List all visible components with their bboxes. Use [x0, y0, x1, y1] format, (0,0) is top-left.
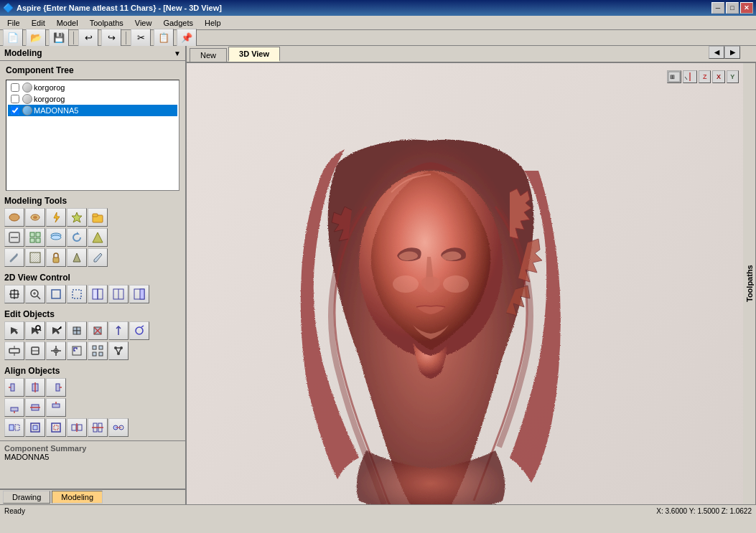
tree-item-2[interactable]: korgorog	[8, 93, 177, 105]
toolpaths-panel[interactable]: Toolpaths	[743, 63, 756, 504]
edit-4[interactable]	[67, 321, 87, 340]
edit-2[interactable]	[25, 321, 45, 340]
toolbar-redo[interactable]: ↪	[101, 29, 121, 47]
mtool-11[interactable]	[4, 248, 24, 267]
view2d-4[interactable]	[67, 285, 87, 303]
menu-edit[interactable]: Edit	[26, 17, 51, 29]
modeling-tools-row3	[4, 248, 181, 267]
component-tree-container: Component Tree korgorog korgorog	[3, 64, 182, 191]
modeling-tools-section: Modeling Tools	[0, 194, 185, 270]
align-5[interactable]	[25, 398, 45, 417]
edit-12[interactable]	[88, 341, 108, 360]
align-7[interactable]	[4, 418, 24, 437]
menu-view[interactable]: View	[129, 17, 158, 29]
svg-rect-76	[11, 407, 18, 411]
edit-6[interactable]	[108, 321, 129, 340]
collapse-icon[interactable]: ▼	[174, 49, 181, 57]
toolbar-new[interactable]: 📄	[3, 29, 23, 47]
view2d-2[interactable]	[25, 285, 45, 303]
mtool-4[interactable]	[67, 208, 87, 227]
mtool-3[interactable]	[46, 208, 66, 227]
align-2[interactable]	[25, 378, 45, 397]
edit-5[interactable]	[88, 321, 108, 340]
menu-file[interactable]: File	[1, 17, 26, 29]
view2d-1[interactable]	[4, 285, 24, 303]
mtool-2[interactable]	[25, 208, 45, 227]
view2d-7[interactable]	[129, 285, 149, 303]
component-tree[interactable]: korgorog korgorog MADONNA5	[6, 80, 179, 191]
tab-new[interactable]: New	[190, 48, 227, 62]
toolbar-copy[interactable]: 📋	[154, 29, 174, 47]
svg-rect-34	[93, 289, 98, 299]
tree-checkbox-1[interactable]	[11, 83, 19, 92]
close-button[interactable]: ✕	[740, 2, 753, 14]
tree-checkbox-2[interactable]	[11, 95, 19, 103]
align-4[interactable]	[4, 398, 24, 417]
edit-1[interactable]	[4, 321, 24, 340]
mtool-13[interactable]	[46, 248, 66, 267]
maximize-button[interactable]: □	[726, 2, 739, 14]
edit-13[interactable]	[108, 341, 129, 360]
toolbar-open[interactable]: 📂	[26, 29, 46, 47]
mtool-7[interactable]	[25, 228, 45, 247]
mtool-6[interactable]	[4, 228, 24, 247]
toolbar-save[interactable]: 💾	[49, 29, 69, 47]
align-9[interactable]	[46, 418, 66, 437]
edit-8[interactable]	[4, 341, 24, 360]
axis-y1-btn[interactable]: Y	[727, 70, 739, 83]
toolbar-cut[interactable]: ✂	[131, 29, 151, 47]
edit-3[interactable]	[46, 321, 66, 340]
mtool-1[interactable]	[4, 208, 24, 227]
align-1[interactable]	[4, 378, 24, 397]
view2d-5[interactable]	[88, 285, 108, 303]
menu-model[interactable]: Model	[51, 17, 84, 29]
mtool-15[interactable]	[88, 248, 108, 267]
mtool-5[interactable]	[88, 208, 108, 227]
toolpaths-label: Toolpaths	[745, 265, 754, 303]
toolbar-undo[interactable]: ↩	[78, 29, 98, 47]
edit-11[interactable]	[67, 341, 87, 360]
view2d-6[interactable]	[108, 285, 129, 303]
svg-point-14	[51, 235, 61, 240]
align-tools-row2	[4, 398, 181, 417]
align-10[interactable]	[67, 418, 87, 437]
tree-icon-3	[22, 105, 32, 115]
tree-checkbox-3[interactable]	[11, 106, 19, 115]
minimize-button[interactable]: ─	[711, 2, 724, 14]
mtool-8[interactable]	[46, 228, 66, 247]
mtool-14[interactable]	[67, 248, 87, 267]
menu-toolpaths[interactable]: Toolpaths	[84, 17, 129, 29]
axis-xy-btn[interactable]: ⊞	[667, 70, 681, 83]
tab-drawing[interactable]: Drawing	[3, 491, 50, 504]
align-8[interactable]	[25, 418, 45, 437]
axis-z-btn[interactable]: Z	[699, 70, 711, 83]
tree-item-3[interactable]: MADONNA5	[8, 105, 177, 116]
align-12[interactable]	[108, 418, 129, 437]
status-coordinates: X: 3.6000 Y: 1.5000 Z: 1.0622	[656, 507, 752, 515]
tab-3dview[interactable]: 3D View	[228, 47, 280, 62]
svg-rect-63	[99, 352, 103, 356]
nav-next[interactable]: ▶	[724, 46, 740, 59]
tab-modeling[interactable]: Modeling	[52, 491, 103, 504]
viewport[interactable]: ⊞ Z X Y	[187, 63, 756, 504]
svg-point-0	[9, 214, 19, 221]
align-6[interactable]	[46, 398, 66, 417]
view2d-3[interactable]	[46, 285, 66, 303]
axis-xz-btn[interactable]	[683, 70, 697, 83]
menu-gadgets[interactable]: Gadgets	[157, 17, 199, 29]
menu-help[interactable]: Help	[199, 17, 227, 29]
tree-item-1[interactable]: korgorog	[8, 82, 177, 93]
edit-10[interactable]	[46, 341, 66, 360]
mtool-9[interactable]	[67, 228, 87, 247]
edit-7[interactable]	[129, 321, 149, 340]
edit-9[interactable]	[25, 341, 45, 360]
toolbar-paste[interactable]: 📌	[177, 29, 197, 47]
svg-line-41	[39, 329, 41, 331]
statusbar: Ready X: 3.6000 Y: 1.5000 Z: 1.0622	[0, 504, 756, 517]
align-3[interactable]	[46, 378, 66, 397]
nav-prev[interactable]: ◀	[709, 46, 724, 59]
mtool-10[interactable]	[88, 228, 108, 247]
mtool-12[interactable]	[25, 248, 45, 267]
axis-x-btn[interactable]: X	[712, 70, 724, 83]
align-11[interactable]	[88, 418, 108, 437]
